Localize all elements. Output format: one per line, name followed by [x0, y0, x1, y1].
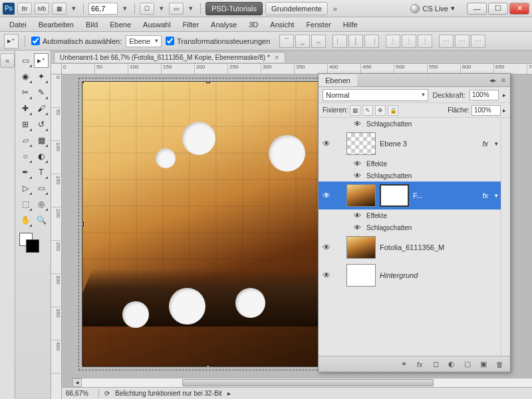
view-extras-button[interactable]: ▦ — [52, 3, 66, 15]
align-bottom-button[interactable]: ⎽ — [311, 35, 326, 48]
scroll-h-thumb[interactable] — [182, 379, 434, 386]
lock-image-button[interactable]: ✎ — [362, 105, 373, 116]
fx-toggle-icon[interactable]: ▾ — [495, 192, 498, 199]
color-swatches[interactable] — [18, 231, 45, 258]
layers-panel[interactable]: Ebenen ◂▸ ≡ Normal Deckkraft: 100% ▸ Fix… — [318, 73, 511, 372]
screenmode-dropdown-icon[interactable]: ▾ — [186, 3, 196, 15]
menu-edit[interactable]: Bearbeiten — [33, 19, 79, 30]
align-hcenter-button[interactable]: │ — [348, 35, 363, 48]
panel-menu-icon[interactable]: ≡ — [499, 76, 507, 84]
path-select-tool[interactable]: ▷ — [18, 181, 33, 196]
layer-visibility-toggle[interactable]: 👁 — [321, 139, 332, 148]
fill-input[interactable]: 100% — [471, 105, 501, 116]
workspace-more-icon[interactable]: » — [331, 3, 340, 15]
transform-check[interactable] — [166, 37, 174, 45]
blur-tool[interactable]: ○ — [18, 149, 33, 164]
opacity-slider-icon[interactable]: ▸ — [503, 92, 506, 98]
distribute-top-button[interactable]: ⋮ — [386, 35, 400, 48]
auto-select-check[interactable] — [31, 37, 40, 45]
distribute-bottom-button[interactable]: ⋮ — [418, 35, 432, 48]
layer-name[interactable]: Ebene 3 — [380, 140, 478, 148]
layers-tab[interactable]: Ebenen — [319, 74, 357, 86]
document-tab[interactable]: Unbenannt-1 bei 66,7% (Fotolia_6111356_M… — [54, 52, 285, 63]
auto-select-checkbox[interactable]: Automatisch auswählen: — [31, 37, 122, 45]
layer-thumbnail[interactable] — [346, 264, 376, 287]
layer-visibility-toggle[interactable]: 👁 — [321, 191, 332, 200]
zoom-input[interactable] — [88, 3, 118, 15]
layer-thumbnail[interactable] — [346, 184, 376, 207]
layer-name[interactable]: Hintergrund — [380, 271, 498, 279]
document-tab-close-icon[interactable]: ✕ — [274, 54, 279, 61]
gradient-tool[interactable]: ▦ — [34, 133, 49, 148]
fx-toggle-icon[interactable]: ▾ — [495, 140, 498, 147]
move-tool[interactable]: ▸⁺ — [34, 53, 49, 68]
menu-image[interactable]: Bild — [80, 19, 103, 30]
eraser-tool[interactable]: ▱ — [18, 133, 33, 148]
zoom-dropdown-icon[interactable]: ▾ — [120, 3, 130, 15]
magic-wand-tool[interactable]: ✦ — [34, 69, 49, 84]
blend-mode-dropdown[interactable]: Normal — [323, 89, 428, 101]
cs-live-button[interactable]: CS Live ▾ — [405, 4, 460, 13]
menu-select[interactable]: Auswahl — [138, 19, 176, 30]
dropdown-arrow-icon[interactable]: ▾ — [69, 3, 78, 15]
align-top-button[interactable]: ⎺ — [279, 35, 294, 48]
new-layer-button[interactable]: ▣ — [477, 358, 490, 370]
dodge-tool[interactable]: ◐ — [34, 149, 49, 164]
effect-visibility-toggle[interactable]: 👁 — [352, 172, 362, 180]
workspace-tab-psd[interactable]: PSD-Tutorials — [205, 2, 263, 15]
maximize-button[interactable]: ☐ — [488, 3, 508, 15]
scroll-left-button[interactable]: ◄ — [72, 378, 82, 387]
stamp-tool[interactable]: ⊞ — [18, 117, 33, 132]
layer-thumbnail[interactable] — [346, 236, 376, 259]
transform-checkbox[interactable]: Transformationssteuerungen — [166, 37, 270, 45]
dock-collapse-icon[interactable]: « — [0, 53, 15, 68]
lock-position-button[interactable]: ✥ — [375, 105, 386, 116]
align-vcenter-button[interactable]: ⎯ — [295, 35, 310, 48]
fill-slider-icon[interactable]: ▸ — [503, 107, 506, 114]
layer-row[interactable]: 👁 Ebene 3 fx ▾ — [319, 130, 501, 158]
align-right-button[interactable]: ⎹ — [364, 35, 379, 48]
auto-select-dropdown[interactable]: Ebene — [126, 35, 162, 47]
distribute-hcenter-button[interactable]: ⋯ — [455, 35, 469, 48]
menu-view[interactable]: Ansicht — [265, 19, 299, 30]
distribute-right-button[interactable]: ⋯ — [471, 35, 485, 48]
workspace-tab-basic[interactable]: Grundelemente — [265, 2, 328, 15]
menu-file[interactable]: Datei — [4, 19, 32, 30]
scrollbar-horizontal[interactable]: ◄ ► — [72, 378, 532, 387]
marquee-tool[interactable]: ▭ — [18, 53, 33, 68]
crop-tool[interactable]: ✂ — [18, 85, 33, 100]
minimize-button[interactable]: — — [467, 3, 487, 15]
effect-visibility-toggle[interactable]: 👁 — [352, 223, 362, 231]
lock-all-button[interactable]: 🔒 — [388, 105, 398, 116]
shape-tool[interactable]: ▭ — [34, 181, 49, 196]
background-color[interactable] — [26, 239, 39, 253]
menu-help[interactable]: Hilfe — [338, 19, 363, 30]
screen-mode-button[interactable]: ▭ — [169, 3, 184, 15]
minibridge-button[interactable]: Mb — [35, 3, 49, 15]
layer-fx-badge[interactable]: fx — [482, 140, 491, 148]
arrange-dropdown-icon[interactable]: ▾ — [157, 3, 166, 15]
opacity-input[interactable]: 100% — [469, 90, 499, 100]
layer-visibility-toggle[interactable]: 👁 — [321, 243, 332, 252]
3d-camera-tool[interactable]: ◎ — [34, 197, 49, 211]
effect-visibility-toggle[interactable]: 👁 — [352, 211, 362, 219]
effect-visibility-toggle[interactable]: 👁 — [352, 120, 362, 128]
close-button[interactable]: ✕ — [509, 3, 529, 15]
panel-collapse-icon[interactable]: ◂▸ — [487, 76, 498, 84]
layer-thumbnail[interactable] — [346, 132, 376, 155]
new-adjustment-button[interactable]: ◐ — [445, 358, 458, 370]
distribute-left-button[interactable]: ⋯ — [439, 35, 454, 48]
layer-name[interactable]: F... — [413, 192, 478, 200]
menu-layer[interactable]: Ebene — [104, 19, 136, 30]
layer-mask-thumbnail[interactable] — [380, 184, 409, 207]
history-brush-tool[interactable]: ↺ — [34, 117, 49, 132]
layer-row[interactable]: 👁 Fotolia_6111356_M — [319, 233, 501, 261]
status-zoom[interactable]: 66,67% — [66, 390, 99, 397]
menu-analysis[interactable]: Analyse — [205, 19, 242, 30]
align-left-button[interactable]: ⎸ — [332, 35, 347, 48]
pen-tool[interactable]: ✒ — [18, 165, 33, 180]
3d-tool[interactable]: ⬚ — [18, 197, 33, 211]
arrange-documents-button[interactable]: ☐ — [140, 3, 154, 15]
brush-tool[interactable]: 🖌 — [34, 101, 49, 116]
menu-3d[interactable]: 3D — [243, 19, 263, 30]
